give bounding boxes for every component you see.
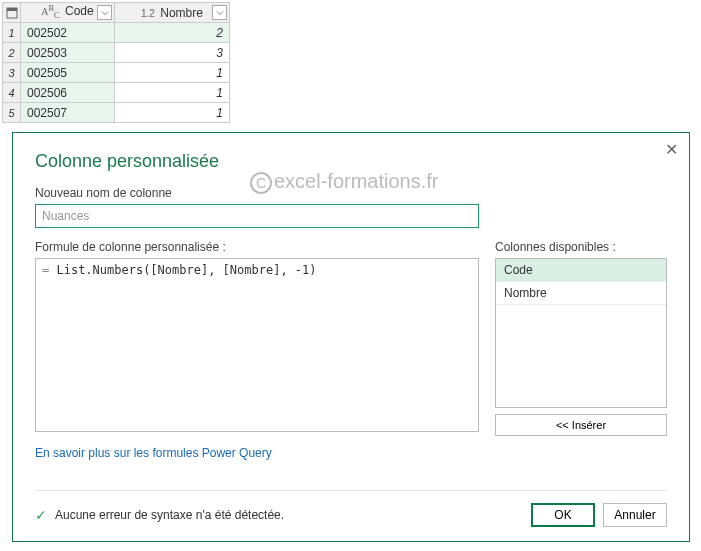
cell-nombre[interactable]: 1 (115, 83, 230, 103)
data-table-area: ABC Code 1.2 Nombre 1 002502 2 (0, 0, 701, 123)
formula-input[interactable]: = List.Numbers([Nombre], [Nombre], -1) (35, 258, 479, 432)
cell-nombre[interactable]: 2 (115, 23, 230, 43)
formula-label: Formule de colonne personnalisée : (35, 240, 479, 254)
table-row[interactable]: 3 002505 1 (3, 63, 230, 83)
dialog-title: Colonne personnalisée (35, 151, 667, 172)
cancel-button[interactable]: Annuler (603, 503, 667, 527)
syntax-status: ✓ Aucune erreur de syntaxe n'a été détec… (35, 507, 284, 523)
available-column-item[interactable]: Nombre (496, 282, 666, 305)
table-row[interactable]: 4 002506 1 (3, 83, 230, 103)
data-table: ABC Code 1.2 Nombre 1 002502 2 (2, 2, 230, 123)
cell-nombre[interactable]: 1 (115, 103, 230, 123)
column-name: Nombre (160, 6, 203, 20)
svg-rect-1 (7, 8, 17, 11)
cell-code[interactable]: 002503 (21, 43, 115, 63)
type-text-icon: ABC (41, 4, 59, 20)
table-row[interactable]: 5 002507 1 (3, 103, 230, 123)
filter-dropdown-icon[interactable] (212, 5, 227, 20)
status-text: Aucune erreur de syntaxe n'a été détecté… (55, 508, 284, 522)
new-column-label: Nouveau nom de colonne (35, 186, 667, 200)
filter-dropdown-icon[interactable] (97, 5, 112, 20)
check-icon: ✓ (35, 507, 47, 523)
column-header-nombre[interactable]: 1.2 Nombre (115, 3, 230, 23)
close-icon[interactable]: ✕ (661, 139, 681, 159)
cell-nombre[interactable]: 3 (115, 43, 230, 63)
table-corner-icon[interactable] (3, 3, 21, 23)
column-header-code[interactable]: ABC Code (21, 3, 115, 23)
cell-nombre[interactable]: 1 (115, 63, 230, 83)
cell-code[interactable]: 002505 (21, 63, 115, 83)
row-number: 3 (3, 63, 21, 83)
dialog-footer: ✓ Aucune erreur de syntaxe n'a été détec… (35, 490, 667, 527)
row-number: 2 (3, 43, 21, 63)
row-number: 5 (3, 103, 21, 123)
insert-button[interactable]: << Insérer (495, 414, 667, 436)
new-column-input[interactable] (35, 204, 479, 228)
column-name: Code (65, 5, 94, 19)
cell-code[interactable]: 002507 (21, 103, 115, 123)
table-row[interactable]: 1 002502 2 (3, 23, 230, 43)
learn-more-link[interactable]: En savoir plus sur les formules Power Qu… (35, 446, 272, 460)
row-number: 4 (3, 83, 21, 103)
table-row[interactable]: 2 002503 3 (3, 43, 230, 63)
custom-column-dialog: ✕ Colonne personnalisée Nouveau nom de c… (12, 132, 690, 542)
available-column-item[interactable]: Code (496, 259, 666, 282)
cell-code[interactable]: 002506 (21, 83, 115, 103)
ok-button[interactable]: OK (531, 503, 595, 527)
type-number-icon: 1.2 (141, 8, 155, 19)
available-columns-label: Colonnes disponibles : (495, 240, 667, 254)
row-number: 1 (3, 23, 21, 43)
cell-code[interactable]: 002502 (21, 23, 115, 43)
available-columns-list: Code Nombre (495, 258, 667, 408)
